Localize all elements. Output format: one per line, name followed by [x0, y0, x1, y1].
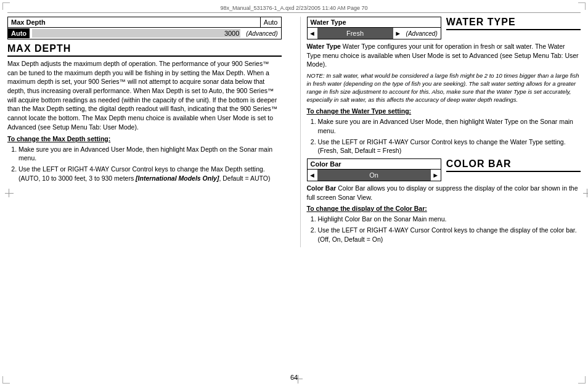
water-type-section-header: Water Type ◄ Fresh ► (Advanced) WATER TY…	[307, 17, 581, 39]
left-column: Max Depth Auto Auto 3000 (Advanced) MAX …	[7, 17, 288, 247]
max-depth-step-2: Use the LEFT or RIGHT 4-WAY Cursor Contr…	[18, 165, 282, 183]
color-bar-left-arrow[interactable]: ◄	[308, 171, 317, 179]
max-depth-step-2-text: Use the LEFT or RIGHT 4-WAY Cursor Contr…	[18, 165, 270, 182]
water-type-title: WATER TYPE	[446, 17, 581, 30]
color-bar-body-text: Color Bar Color Bar allows you to displa…	[307, 184, 578, 201]
main-columns: Max Depth Auto Auto 3000 (Advanced) MAX …	[7, 17, 581, 247]
color-bar-value: On	[317, 170, 431, 181]
max-depth-slider-value: 3000	[224, 29, 239, 38]
max-depth-top-row: Max Depth Auto	[7, 17, 282, 27]
water-type-note: NOTE: In salt water, what would be consi…	[307, 72, 581, 104]
color-bar-right-arrow[interactable]: ►	[431, 171, 441, 179]
water-type-step-2: Use the LEFT or RIGHT 4-WAY Cursor Contr…	[318, 138, 581, 155]
water-type-bottom-row: ◄ Fresh ► (Advanced)	[307, 27, 441, 39]
water-type-body: Water Type Water Type configures your un…	[307, 42, 581, 69]
header-bar: 98x_Manual_531376-1_A.qxd 2/23/2005 11:4…	[7, 5, 581, 13]
water-type-label: Water Type	[308, 17, 441, 27]
max-depth-auto-label: Auto	[261, 17, 281, 27]
max-depth-body-text: Max Depth adjusts the maximum depth of o…	[7, 60, 277, 131]
max-depth-step-1: Make sure you are in Advanced User Mode,…	[18, 145, 282, 163]
water-type-body-text: Water Type Water Type configures your un…	[307, 43, 579, 68]
water-type-right-arrow[interactable]: ►	[393, 30, 403, 37]
max-depth-bottom-row: Auto 3000 (Advanced)	[7, 27, 282, 39]
max-depth-title: MAX DEPTH	[7, 43, 282, 57]
page-container: 98x_Manual_531376-1_A.qxd 2/23/2005 11:4…	[0, 0, 588, 386]
water-type-widget: Water Type ◄ Fresh ► (Advanced)	[307, 17, 441, 39]
max-depth-label: Max Depth	[8, 17, 261, 27]
color-bar-step-2: Use the LEFT or RIGHT 4-WAY Cursor Contr…	[318, 226, 581, 244]
water-type-step-1: Make sure you are in Advanced User Mode,…	[318, 117, 581, 135]
color-bar-body: Color Bar Color Bar allows you to displa…	[307, 184, 581, 202]
color-bar-label: Color Bar	[308, 159, 441, 169]
color-bar-step-1: Highlight Color Bar on the Sonar Main me…	[318, 215, 581, 224]
color-bar-sub-heading: To change the display of the Color Bar:	[307, 205, 581, 212]
color-bar-arrow-control: ◄ On ►	[308, 170, 441, 181]
water-type-top-row: Water Type	[307, 17, 441, 27]
color-bar-title-block: COLOR BAR	[446, 158, 581, 175]
max-depth-auto-value: Auto	[8, 28, 30, 38]
color-bar-widget: Color Bar ◄ On ►	[307, 158, 441, 181]
max-depth-body: Max Depth adjusts the maximum depth of o…	[7, 59, 282, 132]
color-bar-title: COLOR BAR	[446, 158, 581, 172]
max-depth-advanced-label: (Advanced)	[243, 29, 280, 38]
max-depth-slider[interactable]: 3000	[32, 29, 240, 38]
right-column: Water Type ◄ Fresh ► (Advanced) WATER TY…	[300, 17, 581, 247]
color-bar-top-row: Color Bar	[307, 158, 441, 169]
water-type-sub-heading: To change the Water Type setting:	[307, 107, 581, 115]
max-depth-sub-heading: To change the Max Depth setting:	[7, 135, 282, 142]
color-bar-steps: Highlight Color Bar on the Sonar Main me…	[307, 215, 581, 244]
water-type-advanced-label: (Advanced)	[403, 29, 441, 38]
color-bar-bottom-row: ◄ On ►	[307, 169, 441, 181]
water-type-arrow-control: ◄ Fresh ►	[308, 28, 403, 39]
max-depth-steps: Make sure you are in Advanced User Mode,…	[7, 145, 282, 183]
water-type-left-arrow[interactable]: ◄	[308, 30, 317, 37]
page-number: 64	[290, 374, 298, 381]
color-bar-section-header: Color Bar ◄ On ► COLOR BAR	[307, 158, 581, 181]
water-type-value: Fresh	[317, 28, 393, 39]
water-type-title-block: WATER TYPE	[446, 17, 581, 33]
water-type-steps: Make sure you are in Advanced User Mode,…	[307, 117, 581, 155]
header-text: 98x_Manual_531376-1_A.qxd 2/23/2005 11:4…	[220, 5, 367, 11]
max-depth-widget: Max Depth Auto Auto 3000 (Advanced)	[7, 17, 282, 39]
